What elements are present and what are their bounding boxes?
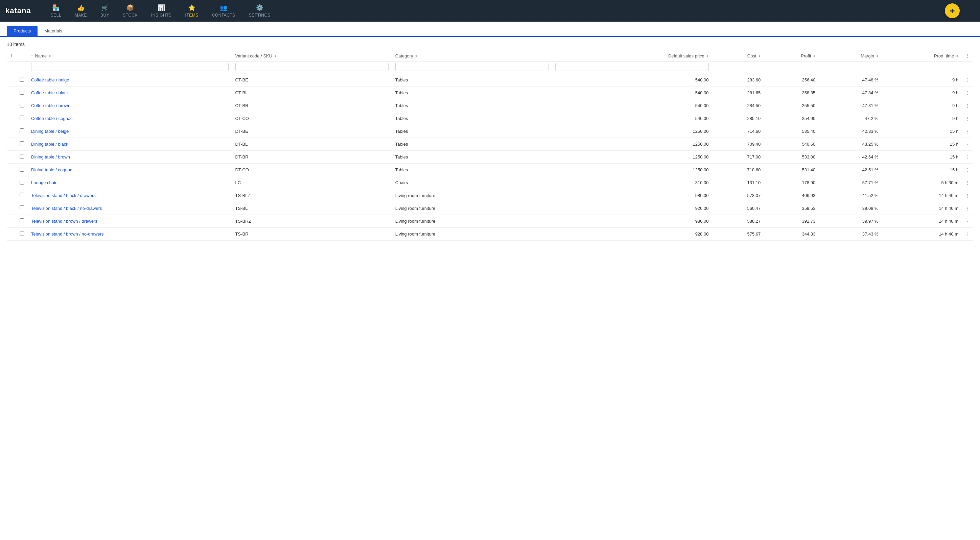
nav-label-sell: SELL [51,13,61,17]
row-checkbox-10[interactable] [20,193,24,197]
more-col-header: ⋮ [962,50,973,62]
row-checkbox-11[interactable] [20,205,24,210]
nav-item-make[interactable]: 👍MAKE [68,2,93,20]
row-checkbox-col-11 [16,202,28,215]
row-profit-11: 359.53 [764,202,819,215]
row-checkbox-7[interactable] [20,154,24,159]
nav-label-contacts: CONTACTS [212,13,235,17]
product-link-3[interactable]: Coffee table / brown [31,103,70,108]
nav-item-settings[interactable]: ⚙️SETTINGS [243,2,277,20]
row-checkbox-col-4 [16,112,28,125]
row-more-13[interactable]: ⋮ [962,228,973,241]
margin-col-label: Margin [861,53,874,59]
tab-products[interactable]: Products [7,26,38,36]
row-prod-time-7: 15 h [882,151,962,164]
table-row: Lounge chair LC Chairs 310.00 131.10 178… [7,176,973,189]
row-more-10[interactable]: ⋮ [962,189,973,202]
product-link-7[interactable]: Dining table / brown [31,154,70,159]
row-name-12: Television stand / brown / drawers [28,215,232,228]
product-link-9[interactable]: Lounge chair [31,180,56,185]
row-more-5[interactable]: ⋮ [962,125,973,138]
name-col-header: ↑ Name ● [28,50,232,62]
row-checkbox-13[interactable] [20,231,24,236]
table-header-row: ℹ ↑ Name ● Variant code / SKU ● [7,50,973,62]
product-link-11[interactable]: Television stand / black / no-drawers [31,206,102,211]
row-margin-11: 39.08 % [819,202,881,215]
category-col-label: Category [395,53,413,59]
row-more-2[interactable]: ⋮ [962,86,973,99]
row-checkbox-3[interactable] [20,103,24,108]
prod-time-col-header: Prod. time ● [882,50,962,62]
row-margin-10: 41.52 % [819,189,881,202]
row-margin-6: 43.25 % [819,138,881,151]
product-link-2[interactable]: Coffee table / black [31,90,68,95]
row-category-13: Living room furniture [392,228,552,241]
row-category-10: Living room furniture [392,189,552,202]
nav-item-insights[interactable]: 📊INSIGHTS [145,2,178,20]
nav-item-sell[interactable]: 🏪SELL [45,2,67,20]
row-checkbox-12[interactable] [20,218,24,223]
row-sales-price-6: 1250.00 [552,138,712,151]
nav-item-stock[interactable]: 📦STOCK [117,2,144,20]
nav-item-contacts[interactable]: 👥CONTACTS [206,2,242,20]
row-more-4[interactable]: ⋮ [962,112,973,125]
row-checkbox-8[interactable] [20,167,24,172]
buy-icon: 🛒 [101,4,109,11]
row-checkbox-9[interactable] [20,180,24,184]
add-button[interactable]: + [945,3,960,18]
row-more-8[interactable]: ⋮ [962,164,973,176]
row-more-6[interactable]: ⋮ [962,138,973,151]
product-link-6[interactable]: Dining table / black [31,141,68,147]
row-checkbox-5[interactable] [20,129,24,133]
settings-icon: ⚙️ [256,4,264,11]
row-sales-price-10: 980.00 [552,189,712,202]
row-category-9: Chairs [392,176,552,189]
product-link-4[interactable]: Coffee table / cognac [31,116,73,121]
nav-item-items[interactable]: ⭐ITEMS [179,2,205,20]
row-more-12[interactable]: ⋮ [962,215,973,228]
row-name-3: Coffee table / brown [28,99,232,112]
row-checkbox-2[interactable] [20,90,24,95]
row-sku-8: DT-CO [232,164,392,176]
nav-label-stock: STOCK [123,13,138,17]
row-checkbox-4[interactable] [20,116,24,120]
product-link-12[interactable]: Television stand / brown / drawers [31,219,97,224]
category-filter-input[interactable] [395,63,549,71]
row-cost-1: 283.60 [712,74,764,86]
row-sales-price-3: 540.00 [552,99,712,112]
row-category-12: Living room furniture [392,215,552,228]
row-name-2: Coffee table / black [28,86,232,99]
row-checkbox-6[interactable] [20,141,24,146]
row-prod-time-5: 15 h [882,125,962,138]
row-margin-13: 37.43 % [819,228,881,241]
row-profit-1: 256.40 [764,74,819,86]
row-category-7: Tables [392,151,552,164]
row-more-7[interactable]: ⋮ [962,151,973,164]
row-more-3[interactable]: ⋮ [962,99,973,112]
product-link-8[interactable]: Dining table / cognac [31,167,72,172]
row-margin-2: 47.84 % [819,86,881,99]
product-link-1[interactable]: Coffee table / beige [31,77,69,83]
name-filter-input[interactable] [31,63,229,71]
product-link-13[interactable]: Television stand / brown / no-drawers [31,232,104,237]
sales-price-filter-input[interactable] [555,63,708,71]
row-margin-9: 57.71 % [819,176,881,189]
sku-filter-input[interactable] [235,63,388,71]
product-link-10[interactable]: Television stand / black / drawers [31,193,96,198]
row-sku-4: CT-CO [232,112,392,125]
nav-item-buy[interactable]: 🛒BUY [94,2,115,20]
product-link-5[interactable]: Dining table / beige [31,129,68,134]
row-cost-10: 573.07 [712,189,764,202]
row-name-11: Television stand / black / no-drawers [28,202,232,215]
row-profit-3: 255.50 [764,99,819,112]
sales-price-info-icon: ● [706,54,709,58]
row-checkbox-col-6 [16,138,28,151]
row-prod-time-2: 9 h [882,86,962,99]
tab-materials[interactable]: Materials [38,26,69,36]
row-more-1[interactable]: ⋮ [962,74,973,86]
row-more-9[interactable]: ⋮ [962,176,973,189]
row-checkbox-1[interactable] [20,77,24,82]
row-checkbox-col-13 [16,228,28,241]
row-sku-11: TS-BL [232,202,392,215]
row-more-11[interactable]: ⋮ [962,202,973,215]
